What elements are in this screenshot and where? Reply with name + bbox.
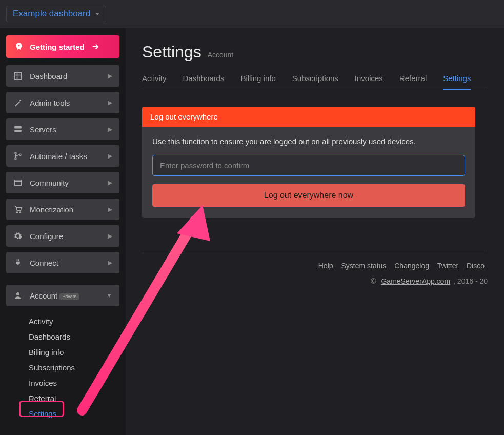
sidebar: Getting started Dashboard ▶ Admin tools … [0,28,126,435]
topbar: Example dashboard [0,0,504,28]
tab-subscriptions[interactable]: Subscriptions [292,74,338,90]
card-title: Log out everywhere [142,107,475,127]
chevron-right-icon: ▶ [108,206,112,213]
window-icon [13,178,23,187]
sidebar-item-label: Monetization [30,205,100,214]
sidebar-item-monetization[interactable]: Monetization ▶ [6,199,119,220]
sidebar-item-label: Automate / tasks [30,152,100,161]
chevron-right-icon: ▶ [108,179,112,186]
sidebar-item-label: Community [30,179,100,187]
dashboard-selector[interactable]: Example dashboard [6,6,106,22]
subnav-dashboards[interactable]: Dashboards [27,330,119,344]
subnav-settings[interactable]: Settings [27,407,119,421]
getting-started-button[interactable]: Getting started [6,35,119,58]
account-submenu: Activity Dashboards Billing info Subscri… [6,311,119,426]
chevron-right-icon: ▶ [108,99,112,106]
arrow-right-icon [91,42,100,51]
footer-brand-link[interactable]: GameServerApp.com [381,277,450,285]
logout-everywhere-button[interactable]: Log out everywhere now [152,184,465,207]
chevron-right-icon: ▶ [108,152,112,160]
subnav-subscriptions[interactable]: Subscriptions [27,361,119,374]
gear-icon [13,231,23,241]
sidebar-item-label: Servers [30,125,100,134]
getting-started-label: Getting started [30,43,85,51]
tab-dashboards[interactable]: Dashboards [183,74,225,90]
svg-rect-6 [14,180,22,186]
tab-activity[interactable]: Activity [142,74,167,90]
footer-discord[interactable]: Disco [467,262,485,270]
sidebar-item-dashboard[interactable]: Dashboard ▶ [6,65,119,87]
tab-referral[interactable]: Referral [399,74,427,90]
svg-rect-1 [14,126,22,129]
footer-status[interactable]: System status [341,262,386,270]
svg-point-8 [19,212,21,213]
sidebar-item-label: Dashboard [30,72,100,81]
svg-point-3 [15,152,16,154]
svg-rect-0 [14,72,22,80]
plug-icon [13,258,23,267]
password-input[interactable] [152,155,465,176]
chevron-down-icon: ▼ [106,292,112,299]
subnav-activity[interactable]: Activity [27,314,119,328]
sidebar-item-community[interactable]: Community ▶ [6,172,119,193]
tabs: Activity Dashboards Billing info Subscri… [142,74,488,90]
chevron-right-icon: ▶ [108,232,112,240]
sidebar-item-account[interactable]: AccountPrivate ▼ [6,285,119,306]
chevron-right-icon: ▶ [108,72,112,80]
footer: Help System status Changelog Twitter Dis… [142,251,488,285]
sidebar-item-admin-tools[interactable]: Admin tools ▶ [6,92,119,113]
svg-rect-2 [14,130,22,133]
sidebar-item-automate[interactable]: Automate / tasks ▶ [6,145,119,167]
cart-icon [13,205,23,214]
dashboard-name: Example dashboard [13,9,90,19]
sidebar-item-label: Connect [30,259,100,267]
chevron-right-icon: ▶ [108,126,112,133]
footer-help[interactable]: Help [318,262,333,270]
sidebar-item-label: AccountPrivate [30,291,99,300]
subnav-referral[interactable]: Referral [27,391,119,405]
tab-billing[interactable]: Billing info [240,74,275,90]
wand-icon [13,98,23,107]
user-icon [13,291,23,300]
grid-icon [13,71,23,81]
subnav-invoices[interactable]: Invoices [27,376,119,390]
footer-changelog[interactable]: Changelog [394,262,429,270]
page-title: Settings [142,43,201,62]
sidebar-item-connect[interactable]: Connect ▶ [6,252,119,273]
main-content: Settings Account Activity Dashboards Bil… [126,28,504,435]
sidebar-item-label: Configure [30,232,100,241]
svg-point-5 [19,154,21,155]
rocket-icon [14,42,24,51]
card-description: Use this function to ensure you are logg… [152,137,465,146]
caret-down-icon [95,13,99,15]
svg-point-7 [16,212,17,213]
sidebar-item-servers[interactable]: Servers ▶ [6,118,119,140]
logout-card: Log out everywhere Use this function to … [142,107,475,218]
copyright: © GameServerApp.com, 2016 - 20 [142,277,488,285]
sidebar-item-configure[interactable]: Configure ▶ [6,225,119,247]
svg-point-4 [15,158,16,160]
server-icon [13,125,23,134]
svg-point-9 [16,292,19,295]
subnav-billing[interactable]: Billing info [27,345,119,359]
sidebar-item-label: Admin tools [30,98,100,107]
tab-invoices[interactable]: Invoices [355,74,383,90]
tab-settings[interactable]: Settings [443,74,471,90]
page-subtitle: Account [208,51,234,59]
private-badge: Private [59,293,79,300]
chevron-right-icon: ▶ [108,259,112,266]
footer-twitter[interactable]: Twitter [437,262,458,270]
branch-icon [13,151,23,161]
